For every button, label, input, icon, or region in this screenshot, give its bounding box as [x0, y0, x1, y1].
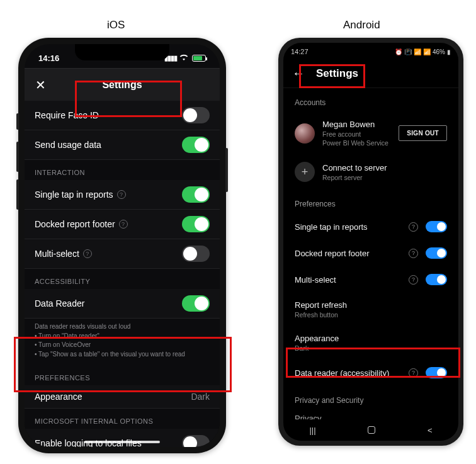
label-android: Android [343, 19, 380, 31]
row-label: Appearance [35, 392, 82, 402]
toggle-data-reader[interactable] [426, 367, 447, 378]
android-phone-frame: 14:27 ⏰ 📳 📶 📶 46% ▮ ← Settings Accounts … [278, 38, 463, 446]
toggle-data-reader[interactable] [182, 295, 210, 312]
row-account[interactable]: Megan Bowen Free account Power BI Web Se… [283, 112, 458, 154]
status-right: ⏰ 📳 📶 📶 46% ▮ [395, 48, 451, 55]
android-nav-buttons: ||| < [283, 419, 458, 441]
row-logging[interactable]: Enable logging to local files [25, 429, 220, 447]
row-docked-footer[interactable]: Docked report footer ? [283, 240, 458, 266]
row-label: Appearance [295, 334, 339, 343]
signal-icon: 📶 [423, 48, 431, 55]
toggle-multi-select[interactable] [426, 274, 447, 285]
back-button[interactable]: ← [292, 66, 305, 81]
help-icon[interactable]: ? [409, 368, 418, 378]
row-label: Data reader (accessibility) [295, 368, 389, 378]
ios-notch [75, 44, 169, 60]
data-reader-note: Data reader reads visuals out loud • Tur… [25, 319, 220, 365]
row-multi-select[interactable]: Multi-select? [25, 239, 220, 269]
toggle-require-faceid[interactable] [182, 107, 210, 123]
wifi-icon: 📶 [414, 48, 421, 55]
row-multi-select[interactable]: Multi-select ? [283, 266, 458, 293]
android-nav-bar: ← Settings [283, 59, 458, 88]
label-ios: iOS [107, 19, 125, 31]
status-time: 14:16 [38, 54, 59, 63]
row-data-reader[interactable]: Data reader (accessibility) ? [283, 359, 458, 386]
battery-percent: 46% [433, 48, 445, 55]
ios-nav-bar: ✕ Settings [25, 68, 220, 101]
toggle-docked-footer[interactable] [182, 216, 210, 232]
back-softkey[interactable]: < [428, 426, 433, 435]
wifi-icon [179, 54, 188, 62]
section-preferences: Preferences [283, 190, 458, 213]
help-icon[interactable]: ? [409, 275, 418, 285]
battery-icon [192, 55, 206, 62]
section-preferences: PREFERENCES [25, 365, 220, 385]
battery-icon: ▮ [447, 48, 451, 55]
row-sublabel: Refresh button [295, 311, 347, 319]
account-line1: Free account [322, 130, 388, 138]
account-line2: Power BI Web Service [322, 139, 388, 147]
row-label: Single tap in reports [295, 222, 368, 232]
appearance-value: Dark [191, 392, 210, 402]
row-label: Send usage data [35, 140, 101, 150]
toggle-single-tap[interactable] [182, 186, 210, 203]
toggle-logging[interactable] [182, 435, 210, 447]
toggle-send-usage[interactable] [182, 137, 210, 153]
row-appearance[interactable]: Appearance Dark [25, 385, 220, 409]
home-button[interactable] [368, 426, 375, 434]
row-require-faceid[interactable]: Require Face ID [25, 101, 220, 130]
status-right: ▮▮▮▮ [164, 54, 206, 62]
toggle-single-tap[interactable] [426, 221, 447, 232]
signout-button[interactable]: SIGN OUT [399, 125, 447, 141]
android-status-bar: 14:27 ⏰ 📳 📶 📶 46% ▮ [283, 43, 458, 59]
section-privacy: Privacy and Security [283, 386, 458, 410]
android-screen: 14:27 ⏰ 📳 📶 📶 46% ▮ ← Settings Accounts … [283, 43, 458, 441]
row-single-tap[interactable]: Single tap in reports? [25, 180, 220, 210]
row-label: Report refresh [295, 300, 347, 310]
plus-icon: + [295, 162, 315, 182]
page-title: Settings [316, 67, 358, 80]
row-data-reader[interactable]: Data Reader [25, 289, 220, 319]
help-icon[interactable]: ? [119, 220, 128, 229]
section-accounts: Accounts [283, 88, 458, 112]
row-report-refresh[interactable]: Report refresh Refresh button [283, 293, 458, 326]
row-label: Docked report footer [295, 249, 370, 258]
help-icon[interactable]: ? [409, 222, 418, 232]
section-msinternal: MICROSOFT INTERNAL OPTIONS [25, 409, 220, 429]
row-single-tap[interactable]: Single tap in reports ? [283, 213, 458, 240]
row-label: Data Reader [35, 298, 84, 308]
toggle-multi-select[interactable] [182, 246, 210, 262]
row-docked-footer[interactable]: Docked report footer? [25, 210, 220, 239]
appearance-value: Dark [295, 344, 339, 352]
alarm-icon: ⏰ [395, 48, 402, 55]
help-icon[interactable]: ? [409, 249, 418, 258]
status-time: 14:27 [291, 48, 309, 55]
avatar [295, 123, 315, 144]
android-settings-list[interactable]: Accounts Megan Bowen Free account Power … [283, 88, 458, 419]
help-icon[interactable]: ? [117, 190, 126, 199]
row-connect-server[interactable]: + Connect to server Report server [283, 154, 458, 190]
row-label: Single tap in reports [35, 190, 113, 200]
vibrate-icon: 📳 [404, 48, 412, 55]
help-icon[interactable]: ? [83, 249, 92, 258]
section-interaction: INTERACTION [25, 160, 220, 180]
row-label: Privacy [295, 414, 322, 419]
home-indicator[interactable] [84, 441, 160, 443]
row-send-usage[interactable]: Send usage data [25, 130, 220, 160]
row-privacy[interactable]: Privacy [283, 410, 458, 419]
recents-button[interactable]: ||| [309, 426, 315, 435]
row-sublabel: Report server [322, 174, 387, 181]
row-label: Docked report footer [35, 219, 115, 229]
ios-phone-frame: 14:16 ▮▮▮▮ ✕ Settings Require Face ID Se… [18, 38, 226, 453]
row-label: Connect to server [322, 163, 387, 173]
row-label: Require Face ID [35, 110, 99, 120]
row-appearance[interactable]: Appearance Dark [283, 326, 458, 359]
page-title: Settings [25, 79, 220, 91]
section-accessibility: ACCESSIBILITY [25, 269, 220, 289]
row-label: Multi-select [295, 275, 336, 285]
ios-settings-list[interactable]: Require Face ID Send usage data INTERACT… [25, 101, 220, 447]
account-name: Megan Bowen [322, 120, 388, 129]
toggle-docked-footer[interactable] [426, 247, 447, 259]
row-label: Multi-select [35, 249, 79, 259]
ios-screen: 14:16 ▮▮▮▮ ✕ Settings Require Face ID Se… [25, 44, 220, 447]
